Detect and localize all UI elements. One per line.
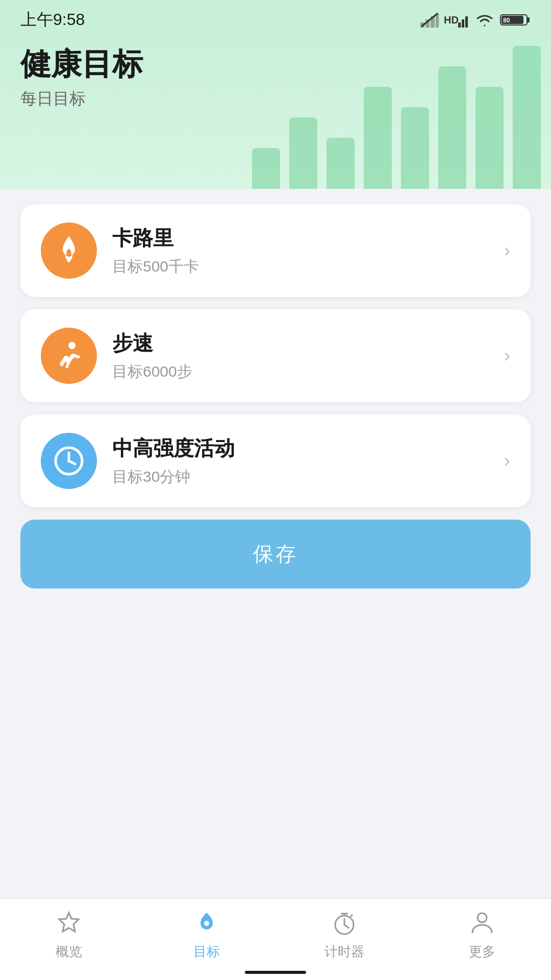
more-icon — [467, 908, 497, 939]
svg-rect-3 — [431, 16, 435, 28]
clock-icon — [53, 445, 85, 477]
svg-rect-4 — [436, 13, 439, 28]
nav-item-goals[interactable]: 目标 — [138, 908, 276, 961]
steps-subtitle: 目标6000步 — [112, 361, 489, 382]
status-bar: 上午9:58 HD 80 — [0, 0, 551, 36]
steps-title: 步速 — [112, 329, 489, 357]
calories-subtitle: 目标500千卡 — [112, 256, 489, 277]
svg-point-20 — [67, 459, 70, 462]
calories-icon-wrapper — [41, 223, 97, 279]
chart-bar — [401, 107, 429, 189]
svg-rect-6 — [458, 22, 461, 28]
status-time: 上午9:58 — [20, 9, 85, 31]
header: 健康目标 每日目标 — [0, 36, 551, 189]
svg-text:80: 80 — [503, 17, 510, 24]
calories-chevron: › — [504, 240, 510, 261]
nav-label-timer: 计时器 — [324, 943, 364, 961]
svg-text:HD: HD — [444, 14, 459, 26]
chart-bar — [475, 87, 504, 189]
svg-rect-2 — [425, 19, 430, 28]
chart-bar — [364, 87, 392, 189]
svg-line-23 — [344, 925, 349, 928]
overview-icon — [54, 908, 84, 939]
battery-icon: 80 — [500, 12, 531, 28]
calories-text: 卡路里 目标500千卡 — [112, 224, 489, 277]
calories-title: 卡路里 — [112, 224, 489, 252]
chart-bar — [438, 66, 466, 189]
timer-icon — [329, 908, 360, 939]
bottom-nav: 概览 目标 计时器 更多 — [0, 898, 551, 980]
decorative-chart — [252, 46, 551, 189]
nav-label-goals: 目标 — [193, 943, 220, 961]
nav-item-overview[interactable]: 概览 — [0, 908, 138, 961]
svg-line-26 — [350, 915, 353, 917]
activity-title: 中高强度活动 — [112, 434, 489, 462]
signal-muted-icon — [420, 12, 439, 28]
nav-home-indicator — [245, 971, 306, 974]
svg-rect-10 — [527, 17, 530, 22]
status-icons: HD 80 — [420, 12, 531, 28]
steps-chevron: › — [504, 345, 510, 366]
fire-icon — [53, 234, 85, 267]
svg-rect-7 — [462, 19, 464, 28]
chart-bar — [252, 148, 280, 189]
calories-card[interactable]: 卡路里 目标500千卡 › — [20, 204, 531, 297]
nav-item-timer[interactable]: 计时器 — [276, 908, 413, 961]
save-button[interactable]: 保存 — [20, 520, 531, 589]
chart-bar — [513, 46, 541, 189]
steps-text: 步速 目标6000步 — [112, 329, 489, 382]
run-icon — [53, 339, 85, 372]
nav-label-overview: 概览 — [56, 943, 82, 961]
signal-hd-icon: HD — [444, 12, 469, 28]
svg-rect-1 — [420, 22, 424, 28]
nav-label-more: 更多 — [469, 943, 495, 961]
steps-card[interactable]: 步速 目标6000步 › — [20, 309, 531, 402]
wifi-icon — [474, 12, 495, 28]
chart-bar — [327, 138, 355, 189]
activity-icon-wrapper — [41, 433, 97, 489]
activity-card[interactable]: 中高强度活动 目标30分钟 › — [20, 414, 531, 507]
goals-icon — [191, 908, 222, 939]
chart-bar — [289, 117, 317, 189]
activity-text: 中高强度活动 目标30分钟 — [112, 434, 489, 487]
steps-icon-wrapper — [41, 328, 97, 384]
activity-subtitle: 目标30分钟 — [112, 467, 489, 487]
nav-item-more[interactable]: 更多 — [413, 908, 551, 961]
activity-chevron: › — [504, 450, 510, 472]
svg-rect-8 — [465, 16, 468, 28]
svg-point-27 — [478, 913, 487, 922]
content-area: 卡路里 目标500千卡 › 步速 目标6000步 › — [0, 189, 551, 604]
svg-point-14 — [69, 342, 75, 348]
